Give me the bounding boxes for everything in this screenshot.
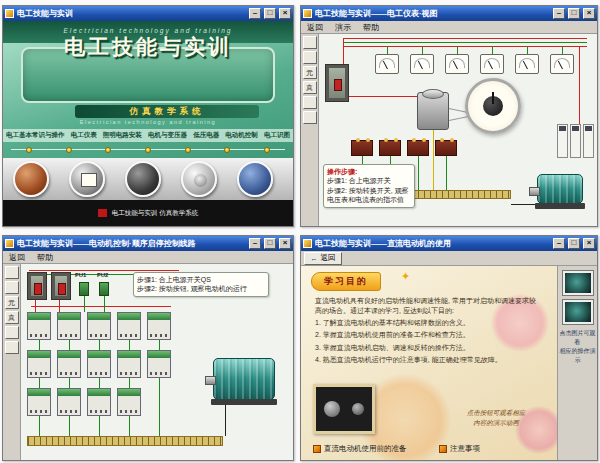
wire [562, 46, 563, 54]
nav-item-meters[interactable]: 电工仪表 [71, 131, 97, 140]
titlebar[interactable]: 电工技能与实训 – □ × [3, 6, 293, 21]
toolbar-icon-button[interactable] [303, 96, 317, 109]
toolbar-components-button[interactable]: 元 [5, 296, 19, 309]
thermal-relay[interactable] [27, 388, 51, 416]
toolbar-icon-button[interactable] [303, 111, 317, 124]
fuse [99, 282, 109, 296]
toolbar-icon-button[interactable] [303, 51, 317, 64]
contactor[interactable] [87, 350, 111, 378]
thumb-electric-motor[interactable] [181, 161, 217, 197]
thumb-electrician-tools[interactable] [125, 161, 161, 197]
prep-topic-button[interactable]: 直流电动机使用前的准备 [313, 444, 407, 454]
time-relay[interactable] [87, 388, 111, 416]
nav-item-lv-apparatus[interactable]: 低压电器 [193, 131, 219, 140]
hint-caption: 点击按钮可观看相应 内容的演示动画 [441, 408, 551, 428]
menu-demo[interactable]: 演示 [335, 22, 351, 33]
section-heading: 学习目的 [311, 272, 381, 291]
titlebar[interactable]: 电工技能与实训——直流电动机的使用 – □ × [301, 236, 597, 251]
power-switch-qs[interactable] [51, 272, 71, 300]
topic-bullet-icon [439, 445, 447, 453]
contactor[interactable] [57, 350, 81, 378]
contactor[interactable] [117, 350, 141, 378]
rotary-switch-knob[interactable] [483, 96, 503, 116]
notes-topic-label: 注意事项 [450, 444, 480, 454]
toolbar-real-view-button[interactable]: 真 [303, 81, 317, 94]
back-button[interactable]: ← 返回 [304, 252, 342, 265]
minimize-button[interactable]: – [249, 8, 261, 19]
thumb-wire-coil[interactable] [13, 161, 49, 197]
toolbar-icon-button[interactable] [5, 281, 19, 294]
maximize-button[interactable]: □ [568, 8, 580, 19]
sidebar-thumb-panel[interactable] [563, 300, 593, 324]
thumb-panel-meter[interactable] [69, 161, 105, 197]
lesson-text: 直流电动机具有良好的启动性能和调速性能, 常用于对启动和调速要求较高的场合。通过… [315, 296, 540, 367]
relay-module [557, 124, 568, 158]
rheostat [351, 140, 373, 156]
close-button[interactable]: × [583, 8, 595, 19]
sim-canvas: FU1 FU2 步骤1: 合上电源开关QS 步骤2: 按动按钮, 观察电动机的运… [21, 264, 293, 460]
wire [433, 130, 434, 190]
toolbar-icon-button[interactable] [5, 266, 19, 279]
contactor[interactable] [27, 312, 51, 340]
thermal-relay[interactable] [57, 388, 81, 416]
sidebar-caption: 点击图片可观看 相应的操作演示 [558, 329, 597, 365]
toolbar-real-view-button[interactable]: 真 [5, 311, 19, 324]
maximize-button[interactable]: □ [264, 238, 276, 249]
menu-help[interactable]: 帮助 [363, 22, 379, 33]
wire [39, 340, 40, 350]
contactor[interactable] [27, 350, 51, 378]
timeline-node [264, 147, 270, 153]
wire [99, 340, 100, 350]
contactor[interactable] [117, 312, 141, 340]
toolbar-icon-button[interactable] [5, 326, 19, 339]
close-button[interactable]: × [279, 8, 291, 19]
close-button[interactable]: × [583, 238, 595, 249]
close-button[interactable]: × [279, 238, 291, 249]
thumb-contactor-group[interactable] [237, 161, 273, 197]
wire [387, 46, 388, 54]
minimize-button[interactable]: – [249, 238, 261, 249]
nav-item-machines[interactable]: 电机与变压器 [148, 131, 187, 140]
timeline-node [224, 147, 230, 153]
toolbar-components-button[interactable]: 元 [303, 66, 317, 79]
wire [99, 378, 100, 388]
minimize-button[interactable]: – [553, 238, 565, 249]
nav-item-drawings[interactable]: 电工识图 [264, 131, 290, 140]
maximize-button[interactable]: □ [568, 238, 580, 249]
power-switch-qs[interactable] [27, 272, 47, 300]
nav-item-basics[interactable]: 电工基本常识与操作 [6, 131, 65, 140]
menu-help[interactable]: 帮助 [37, 252, 53, 263]
wire [104, 296, 105, 312]
menu-back[interactable]: 返回 [9, 252, 25, 263]
timeline-node [105, 147, 111, 153]
contactor[interactable] [57, 312, 81, 340]
minimize-button[interactable]: – [553, 8, 565, 19]
push-button-station[interactable] [117, 388, 141, 416]
notes-topic-button[interactable]: 注意事项 [439, 444, 480, 454]
changeover-switch[interactable] [417, 92, 449, 130]
menubar: 返回 帮助 [3, 251, 293, 264]
titlebar[interactable]: 电工技能与实训——电工仪表·视图 – □ × [301, 6, 597, 21]
toolbar-icon-button[interactable] [303, 36, 317, 49]
titlebar[interactable]: 电工技能与实训——电动机控制·顺序启停控制线路 – □ × [3, 236, 293, 251]
contactor[interactable] [147, 312, 171, 340]
maximize-button[interactable]: □ [264, 8, 276, 19]
toolbar-icon-button[interactable] [5, 341, 19, 354]
nav-item-lighting[interactable]: 照明电路安装 [103, 131, 142, 140]
power-switch[interactable] [325, 64, 349, 102]
contactor[interactable] [87, 312, 111, 340]
dc-motor-photo [313, 384, 375, 434]
relay-module [583, 124, 594, 158]
sidebar-thumb-motor[interactable] [563, 271, 593, 295]
contactor[interactable] [147, 350, 171, 378]
analog-meter [515, 54, 539, 74]
window-body: 学习目的 ✦ 直流电动机具有良好的启动性能和调速性能, 常用于对启动和调速要求较… [301, 266, 597, 460]
electric-motor[interactable] [537, 174, 583, 204]
nav-item-motor-control[interactable]: 电动机控制 [225, 131, 258, 140]
electric-motor[interactable] [213, 358, 275, 400]
steps-panel: 步骤1: 合上电源开关QS 步骤2: 按动按钮, 观察电动机的运行 [133, 272, 269, 297]
window-title: 电工技能与实训——直流电动机的使用 [315, 238, 550, 249]
wire [343, 42, 587, 43]
menu-back[interactable]: 返回 [307, 22, 323, 33]
step-line: 步骤1: 合上电源开关 [327, 176, 411, 185]
